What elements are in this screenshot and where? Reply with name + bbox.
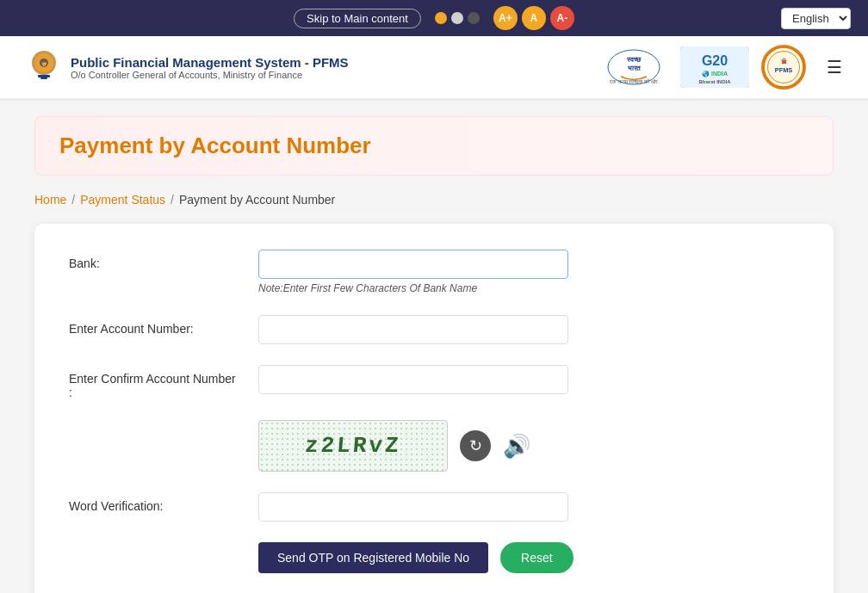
top-bar: Skip to Main content A+ A A- English Hin… <box>0 0 868 36</box>
confirm-account-input[interactable] <box>258 365 568 394</box>
bank-input[interactable] <box>258 250 568 279</box>
breadcrumb-home-link[interactable]: Home <box>34 193 66 207</box>
word-verification-field-wrap <box>258 492 799 522</box>
language-select[interactable]: English Hindi <box>781 8 851 29</box>
svg-text:🦁: 🦁 <box>40 60 48 68</box>
form-button-row: Send OTP on Registered Mobile No Reset <box>69 542 799 573</box>
font-size-controls: A+ A A- <box>493 6 574 30</box>
page-title-section: Payment by Account Number <box>34 116 834 176</box>
site-subtitle: O/o Controller General of Accounts, Mini… <box>71 70 349 80</box>
g20-logo: G20 🌏 INDIA Bharat INDIA <box>680 46 749 88</box>
svg-text:भारत: भारत <box>628 65 641 72</box>
captcha-row: z2LRvZ ↻ 🔊 <box>69 420 799 472</box>
svg-text:🌏 INDIA: 🌏 INDIA <box>702 70 728 77</box>
svg-text:Bharat INDIA: Bharat INDIA <box>698 79 731 84</box>
account-field-wrap <box>258 315 799 344</box>
account-number-input[interactable] <box>258 315 568 344</box>
bank-label: Bank: <box>69 250 241 270</box>
header-partner-logos: स्वच्छ भारत एक कदम स्वच्छता की ओर G20 🌏 … <box>599 45 842 90</box>
page-title: Payment by Account Number <box>59 133 809 159</box>
svg-text:🏛: 🏛 <box>781 58 787 65</box>
confirm-account-field-wrap <box>258 365 799 394</box>
send-otp-button[interactable]: Send OTP on Registered Mobile No <box>258 542 488 573</box>
svg-text:एक कदम स्वच्छता की ओर: एक कदम स्वच्छता की ओर <box>609 78 658 84</box>
breadcrumb-payment-status-link[interactable]: Payment Status <box>80 193 165 207</box>
svg-text:PFMS: PFMS <box>775 66 793 74</box>
dot-dark <box>468 12 480 24</box>
dot-white <box>451 12 463 24</box>
confirm-account-label: Enter Confirm Account Number : <box>69 365 241 399</box>
skip-to-main-button[interactable]: Skip to Main content <box>294 9 421 28</box>
captcha-audio-button[interactable]: 🔊 <box>503 433 530 460</box>
audio-icon: 🔊 <box>503 433 530 459</box>
word-verification-row: Word Verification: <box>69 492 799 522</box>
bank-field-wrap: Note:Enter First Few Characters Of Bank … <box>258 250 799 294</box>
captcha-refresh-button[interactable]: ↻ <box>460 430 491 461</box>
breadcrumb: Home / Payment Status / Payment by Accou… <box>34 193 834 207</box>
dot-orange <box>435 12 447 24</box>
bank-row: Bank: Note:Enter First Few Characters Of… <box>69 250 799 294</box>
form-card: Bank: Note:Enter First Few Characters Of… <box>34 224 834 593</box>
font-increase-button[interactable]: A+ <box>493 6 518 30</box>
breadcrumb-sep-1: / <box>71 193 75 207</box>
svg-rect-4 <box>40 77 47 79</box>
site-title: Public Financial Management System - PFM… <box>71 55 349 70</box>
header-title-block: Public Financial Management System - PFM… <box>71 55 349 80</box>
font-normal-button[interactable]: A <box>522 6 546 30</box>
hamburger-menu-button[interactable]: ☰ <box>827 57 842 77</box>
svg-rect-3 <box>38 75 50 77</box>
breadcrumb-sep-2: / <box>170 193 174 207</box>
account-number-label: Enter Account Number: <box>69 315 241 336</box>
india-emblem-icon: 🦁 <box>26 46 62 89</box>
svg-text:स्वच्छ: स्वच्छ <box>626 56 642 64</box>
site-header: 🦁 Public Financial Management System - P… <box>0 36 868 99</box>
main-content: Payment by Account Number Home / Payment… <box>0 99 868 593</box>
account-number-row: Enter Account Number: <box>69 315 799 344</box>
header-logo-section: 🦁 Public Financial Management System - P… <box>26 46 349 89</box>
word-verification-label: Word Verification: <box>69 492 241 513</box>
swachh-bharat-logo: स्वच्छ भारत एक कदम स्वच्छता की ओर <box>599 46 668 88</box>
accessibility-dots <box>435 12 480 24</box>
svg-text:G20: G20 <box>702 53 728 68</box>
word-verification-input[interactable] <box>258 492 568 522</box>
breadcrumb-current: Payment by Account Number <box>179 193 335 207</box>
pfms-logo: 🏛 PFMS <box>761 45 806 90</box>
refresh-icon: ↻ <box>469 436 482 455</box>
captcha-image: z2LRvZ <box>258 420 448 472</box>
reset-button[interactable]: Reset <box>500 542 574 573</box>
captcha-text: z2LRvZ <box>304 433 402 459</box>
confirm-account-row: Enter Confirm Account Number : <box>69 365 799 399</box>
bank-note: Note:Enter First Few Characters Of Bank … <box>258 282 799 294</box>
font-decrease-button[interactable]: A- <box>550 6 574 30</box>
